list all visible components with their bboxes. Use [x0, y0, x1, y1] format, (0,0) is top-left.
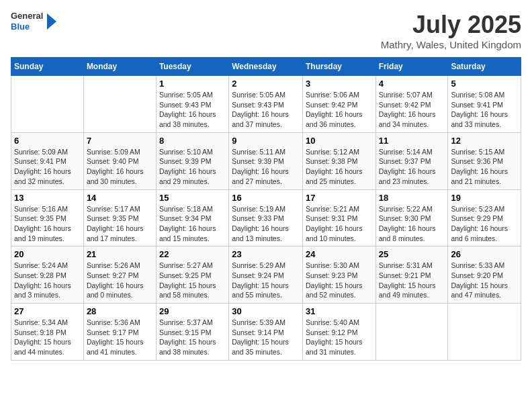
logo-icon — [44, 12, 58, 31]
cell-text-line: Sunset: 9:27 PM — [87, 271, 153, 281]
calendar-cell: 19Sunrise: 5:23 AMSunset: 9:29 PMDayligh… — [448, 189, 521, 246]
cell-text-line: Sunset: 9:41 PM — [14, 156, 81, 167]
cell-text-line: Sunrise: 5:26 AM — [87, 261, 153, 271]
cell-text-line: Sunrise: 5:33 AM — [451, 261, 518, 271]
weekday-header: Monday — [83, 58, 156, 76]
cell-text-line: Daylight: 16 hours and 0 minutes. — [87, 281, 153, 300]
calendar-cell: 6Sunrise: 5:09 AMSunset: 9:41 PMDaylight… — [11, 132, 84, 189]
cell-text-line: Sunset: 9:31 PM — [306, 214, 373, 224]
day-number: 23 — [232, 249, 300, 259]
day-number: 11 — [379, 136, 445, 146]
cell-text-line: Daylight: 15 hours and 49 minutes. — [379, 281, 445, 300]
cell-text-line: Daylight: 16 hours and 34 minutes. — [379, 109, 445, 129]
cell-text-line: Sunrise: 5:09 AM — [14, 147, 81, 157]
calendar-cell: 27Sunrise: 5:34 AMSunset: 9:18 PMDayligh… — [11, 304, 84, 361]
day-number: 20 — [14, 249, 81, 259]
cell-text-line: Sunset: 9:15 PM — [159, 328, 226, 338]
cell-text-line: Sunrise: 5:09 AM — [87, 147, 153, 157]
calendar-cell: 14Sunrise: 5:17 AMSunset: 9:35 PMDayligh… — [83, 189, 156, 246]
cell-text-line: Daylight: 16 hours and 27 minutes. — [232, 167, 300, 186]
cell-text-line: Daylight: 16 hours and 17 minutes. — [87, 224, 153, 243]
cell-text-line: Sunset: 9:23 PM — [306, 271, 373, 281]
cell-text-line: Daylight: 16 hours and 3 minutes. — [14, 281, 81, 300]
day-number: 2 — [232, 79, 300, 89]
cell-text-line: Daylight: 16 hours and 38 minutes. — [159, 109, 226, 129]
day-number: 18 — [379, 193, 445, 203]
cell-text-line: Sunset: 9:37 PM — [379, 156, 445, 167]
day-number: 15 — [159, 193, 226, 203]
cell-text-line: Sunset: 9:30 PM — [379, 214, 445, 224]
cell-text-line: Daylight: 15 hours and 52 minutes. — [306, 281, 373, 300]
cell-text-line: Daylight: 15 hours and 35 minutes. — [232, 337, 300, 357]
calendar-cell: 29Sunrise: 5:37 AMSunset: 9:15 PMDayligh… — [156, 304, 228, 361]
cell-text-line: Sunset: 9:35 PM — [14, 214, 81, 224]
day-number: 21 — [87, 249, 153, 259]
day-number: 22 — [159, 249, 226, 259]
logo-blue-text: Blue — [11, 21, 43, 32]
calendar-cell: 26Sunrise: 5:33 AMSunset: 9:20 PMDayligh… — [448, 246, 521, 304]
page-header: General Blue July 2025 Mathry, Wales, Un… — [11, 11, 521, 50]
calendar-cell — [375, 304, 448, 361]
cell-text-line: Sunset: 9:17 PM — [87, 328, 153, 338]
day-number: 7 — [87, 136, 153, 146]
calendar-cell — [83, 76, 156, 133]
cell-text-line: Daylight: 16 hours and 8 minutes. — [379, 224, 445, 243]
day-number: 12 — [451, 136, 518, 146]
calendar-week-row: 1Sunrise: 5:05 AMSunset: 9:43 PMDaylight… — [11, 76, 521, 133]
cell-text-line: Daylight: 16 hours and 19 minutes. — [14, 224, 81, 243]
cell-text-line: Sunset: 9:14 PM — [232, 328, 300, 338]
cell-text-line: Sunrise: 5:31 AM — [379, 261, 445, 271]
calendar-cell — [448, 304, 521, 361]
cell-text-line: Daylight: 16 hours and 25 minutes. — [306, 167, 373, 186]
day-number: 27 — [14, 306, 81, 316]
cell-text-line: Sunset: 9:39 PM — [159, 156, 226, 167]
calendar-cell: 2Sunrise: 5:05 AMSunset: 9:43 PMDaylight… — [229, 76, 303, 133]
cell-text-line: Daylight: 16 hours and 15 minutes. — [159, 224, 226, 243]
logo-general-text: General — [11, 11, 43, 21]
calendar-cell: 11Sunrise: 5:14 AMSunset: 9:37 PMDayligh… — [375, 132, 448, 189]
cell-text-line: Sunrise: 5:11 AM — [232, 147, 300, 157]
day-number: 8 — [159, 136, 226, 146]
calendar-week-row: 27Sunrise: 5:34 AMSunset: 9:18 PMDayligh… — [11, 304, 521, 361]
calendar-cell: 23Sunrise: 5:29 AMSunset: 9:24 PMDayligh… — [229, 246, 303, 304]
day-number: 10 — [306, 136, 373, 146]
cell-text-line: Sunrise: 5:19 AM — [232, 204, 300, 214]
calendar-table: SundayMondayTuesdayWednesdayThursdayFrid… — [11, 57, 521, 361]
calendar-cell: 30Sunrise: 5:39 AMSunset: 9:14 PMDayligh… — [229, 304, 303, 361]
cell-text-line: Sunset: 9:21 PM — [379, 271, 445, 281]
cell-text-line: Sunset: 9:42 PM — [379, 100, 445, 110]
cell-text-line: Sunset: 9:43 PM — [159, 100, 226, 110]
cell-text-line: Sunset: 9:43 PM — [232, 100, 300, 110]
cell-text-line: Daylight: 15 hours and 38 minutes. — [159, 337, 226, 357]
cell-text-line: Daylight: 15 hours and 47 minutes. — [451, 281, 518, 300]
cell-text-line: Daylight: 16 hours and 13 minutes. — [232, 224, 300, 243]
calendar-cell: 13Sunrise: 5:16 AMSunset: 9:35 PMDayligh… — [11, 189, 84, 246]
day-number: 9 — [232, 136, 300, 146]
cell-text-line: Daylight: 16 hours and 10 minutes. — [306, 224, 373, 243]
calendar-week-row: 20Sunrise: 5:24 AMSunset: 9:28 PMDayligh… — [11, 246, 521, 304]
month-title: July 2025 — [381, 11, 521, 39]
cell-text-line: Sunrise: 5:14 AM — [379, 147, 445, 157]
cell-text-line: Daylight: 15 hours and 31 minutes. — [306, 337, 373, 357]
cell-text-line: Daylight: 15 hours and 55 minutes. — [232, 281, 300, 300]
calendar-week-row: 6Sunrise: 5:09 AMSunset: 9:41 PMDaylight… — [11, 132, 521, 189]
cell-text-line: Sunrise: 5:12 AM — [306, 147, 373, 157]
day-number: 25 — [379, 249, 445, 259]
cell-text-line: Daylight: 16 hours and 32 minutes. — [14, 167, 81, 186]
cell-text-line: Daylight: 16 hours and 29 minutes. — [159, 167, 226, 186]
cell-text-line: Sunrise: 5:23 AM — [451, 204, 518, 214]
calendar-cell: 12Sunrise: 5:15 AMSunset: 9:36 PMDayligh… — [448, 132, 521, 189]
cell-text-line: Daylight: 16 hours and 21 minutes. — [451, 167, 518, 186]
calendar-cell: 9Sunrise: 5:11 AMSunset: 9:39 PMDaylight… — [229, 132, 303, 189]
calendar-cell: 18Sunrise: 5:22 AMSunset: 9:30 PMDayligh… — [375, 189, 448, 246]
cell-text-line: Sunset: 9:42 PM — [306, 100, 373, 110]
cell-text-line: Sunset: 9:24 PM — [232, 271, 300, 281]
cell-text-line: Daylight: 16 hours and 36 minutes. — [306, 109, 373, 129]
title-block: July 2025 Mathry, Wales, United Kingdom — [381, 11, 521, 50]
cell-text-line: Sunset: 9:38 PM — [306, 156, 373, 167]
calendar-cell: 20Sunrise: 5:24 AMSunset: 9:28 PMDayligh… — [11, 246, 84, 304]
cell-text-line: Daylight: 16 hours and 23 minutes. — [379, 167, 445, 186]
cell-text-line: Daylight: 16 hours and 6 minutes. — [451, 224, 518, 243]
day-number: 24 — [306, 249, 373, 259]
day-number: 1 — [159, 79, 226, 89]
